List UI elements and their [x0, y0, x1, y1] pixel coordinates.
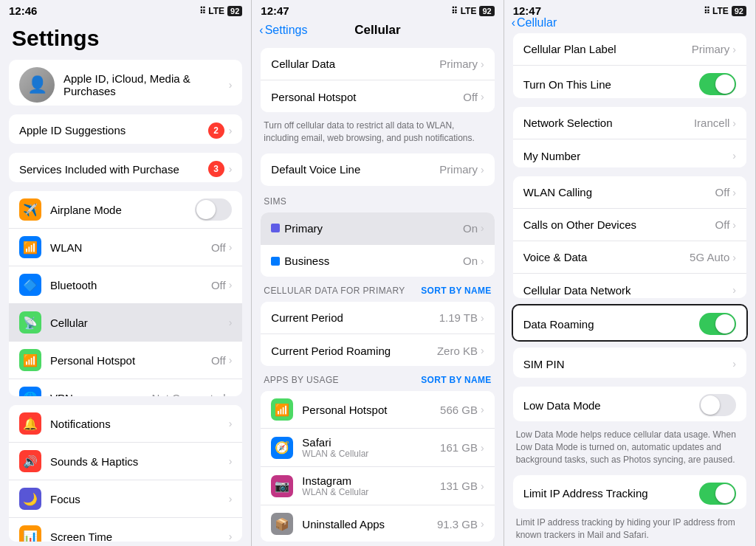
sim-dot-primary-sim — [271, 224, 280, 232]
app-item-uninstalled-app[interactable]: 📦Uninstalled Apps91.3 GB› — [261, 505, 494, 542]
badge-services: 3 — [208, 161, 224, 177]
sim-label-business-sim: Business — [271, 255, 463, 267]
profile-group: 👤Apple ID, iCloud, Media & Purchases› — [9, 60, 242, 106]
item-label-cell-data: Cellular Data — [271, 58, 439, 70]
chevron-icon: › — [229, 279, 233, 291]
list-item-vpn[interactable]: 🌐VPNNot Connected› — [9, 379, 242, 396]
back-label: Settings — [265, 24, 308, 37]
list-group-2: WLAN CallingOff›Calls on Other DevicesOf… — [513, 176, 746, 298]
item-icon-airplane: ✈️ — [19, 198, 41, 221]
item-label-network-selection: Network Selection — [523, 117, 694, 129]
item-icon-notifications: 🔔 — [19, 412, 41, 435]
chevron-icon: › — [229, 354, 233, 366]
list-item-my-number[interactable]: My Number› — [513, 139, 746, 167]
item-icon-vpn: 🌐 — [19, 387, 41, 396]
chevron-icon: › — [229, 317, 233, 328]
toggle-on[interactable] — [699, 313, 736, 335]
status-time: 12:47 — [261, 4, 289, 17]
item-label-my-number: My Number — [523, 150, 733, 162]
list-item-current-roaming[interactable]: Current Period RoamingZero KB› — [261, 334, 494, 366]
item-icon-screentime: 📊 — [19, 525, 41, 542]
chevron-icon: › — [229, 392, 233, 396]
list-item-airplane[interactable]: ✈️Airplane Mode — [9, 191, 242, 229]
list-item-wlan[interactable]: 📶WLANOff› — [9, 229, 242, 266]
chevron-icon: › — [229, 125, 233, 136]
item-label-limit-ip: Limit IP Address Tracking — [523, 487, 699, 500]
profile-item[interactable]: 👤Apple ID, iCloud, Media & Purchases› — [9, 60, 242, 106]
badge-suggestions: 2 — [208, 122, 224, 139]
toggle-off[interactable] — [195, 198, 232, 221]
app-icon-instagram-app: 📷 — [271, 475, 293, 497]
item-label-sounds: Sounds & Haptics — [50, 455, 229, 468]
app-label-stack-hotspot-app: Personal Hotspot — [302, 404, 440, 416]
list-group-2: Services Included with Purchase3› — [9, 153, 242, 182]
list-item-cellular[interactable]: 📡Cellular› — [9, 304, 242, 342]
chevron-icon: › — [481, 91, 484, 103]
app-item-safari-app[interactable]: 🧭SafariWLAN & Cellular161 GB› — [261, 429, 494, 467]
avatar: 👤 — [19, 67, 55, 103]
app-list-group: 📶Personal Hotspot566 GB›🧭SafariWLAN & Ce… — [261, 391, 494, 542]
app-icon-safari-app: 🧭 — [271, 437, 293, 459]
list-item-sounds[interactable]: 🔊Sounds & Haptics› — [9, 443, 242, 480]
sim-item-business-sim[interactable]: BusinessOn› — [261, 245, 494, 277]
list-group-7: Limit IP Address Tracking — [513, 475, 746, 510]
list-item-data-roaming[interactable]: Data Roaming — [513, 305, 746, 342]
sort-by-name-button[interactable]: SORT BY NAME — [421, 375, 491, 385]
sim-dot-business-sim — [271, 257, 280, 266]
app-item-instagram-app[interactable]: 📷InstagramWLAN & Cellular131 GB› — [261, 467, 494, 505]
sort-by-name-button[interactable]: SORT BY NAME — [421, 286, 491, 296]
nav-bar: ‹SettingsCellular — [252, 20, 503, 44]
list-item-calls-other[interactable]: Calls on Other DevicesOff› — [513, 209, 746, 241]
toggle-on[interactable] — [699, 73, 736, 95]
list-item-limit-ip[interactable]: Limit IP Address Tracking — [513, 475, 746, 510]
app-label-hotspot-app: Personal Hotspot — [302, 404, 440, 416]
list-item-network-selection[interactable]: Network SelectionIrancell› — [513, 107, 746, 139]
list-item-bluetooth[interactable]: 🔷BluetoothOff› — [9, 266, 242, 304]
back-button[interactable]: ‹Settings — [259, 24, 307, 37]
list-item-current-period[interactable]: Current Period1.19 TB› — [261, 302, 494, 334]
toggle-on[interactable] — [699, 483, 736, 505]
list-item-wlan-calling[interactable]: WLAN CallingOff› — [513, 176, 746, 209]
back-button[interactable]: ‹Cellular — [512, 16, 557, 30]
apps-header-row-5: CELLULAR DATA FOR PRIMARYSORT BY NAME — [252, 281, 503, 297]
item-label-sim-pin: SIM PIN — [523, 358, 733, 370]
item-value-voice-data: 5G Auto — [690, 251, 729, 263]
sim-group: PrimaryOn› BusinessOn› — [261, 212, 494, 277]
item-icon-sounds: 🔊 — [19, 450, 41, 472]
item-label-bluetooth: Bluetooth — [50, 279, 211, 291]
toggle-off[interactable] — [699, 394, 736, 416]
nav-title: Cellular — [354, 23, 400, 38]
list-item-cell-data[interactable]: Cellular DataPrimary› — [261, 48, 494, 80]
item-label-data-roaming: Data Roaming — [523, 318, 699, 331]
status-icons: ⠿ LTE 92 — [451, 6, 494, 16]
list-item-low-data-mode[interactable]: Low Data Mode — [513, 387, 746, 421]
list-item-turn-on-line[interactable]: Turn On This Line — [513, 66, 746, 98]
item-label-airplane: Airplane Mode — [50, 204, 195, 216]
list-item-notifications[interactable]: 🔔Notifications› — [9, 405, 242, 443]
app-label-instagram-app: Instagram — [302, 474, 440, 487]
list-item-services[interactable]: Services Included with Purchase3› — [9, 153, 242, 182]
list-item-suggestions[interactable]: Apple ID Suggestions2› — [9, 114, 242, 144]
list-group-3: ✈️Airplane Mode📶WLANOff›🔷BluetoothOff›📡C… — [9, 191, 242, 396]
item-value-wlan: Off — [211, 241, 226, 254]
item-value-network-selection: Irancell — [694, 117, 729, 129]
signal-icon: ⠿ LTE — [199, 6, 224, 16]
list-item-sim-pin[interactable]: SIM PIN› — [513, 348, 746, 378]
app-item-hotspot-app[interactable]: 📶Personal Hotspot566 GB› — [261, 391, 494, 429]
list-item-screentime[interactable]: 📊Screen Time› — [9, 518, 242, 542]
item-value-wlan-calling: Off — [715, 186, 730, 198]
app-value-safari-app: 161 GB — [440, 441, 478, 454]
item-value-hotspot: Off — [211, 354, 226, 367]
panel-settings: 12:46 ⠿ LTE 92 Settings👤Apple ID, iCloud… — [0, 0, 252, 546]
list-item-plan-label[interactable]: Cellular Plan LabelPrimary› — [513, 33, 746, 66]
list-item-default-voice[interactable]: Default Voice LinePrimary› — [261, 153, 494, 186]
item-label-suggestions: Apple ID Suggestions — [19, 124, 208, 136]
item-label-screentime: Screen Time — [50, 531, 229, 542]
list-item-voice-data[interactable]: Voice & Data5G Auto› — [513, 241, 746, 274]
list-item-cell-data-network[interactable]: Cellular Data Network› — [513, 274, 746, 298]
list-item-focus[interactable]: 🌙Focus› — [9, 480, 242, 518]
list-item-personal-hotspot[interactable]: Personal HotspotOff› — [261, 80, 494, 112]
sim-item-primary-sim[interactable]: PrimaryOn› — [261, 212, 494, 245]
list-item-hotspot[interactable]: 📶Personal HotspotOff› — [9, 342, 242, 379]
app-value-uninstalled-app: 91.3 GB — [437, 518, 478, 531]
